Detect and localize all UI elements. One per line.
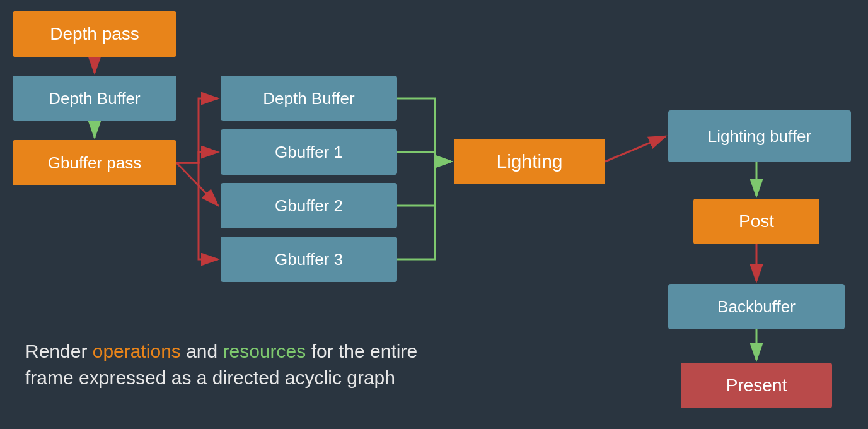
depth-pass-node: Depth pass bbox=[13, 11, 176, 57]
caption-operations: operations bbox=[93, 341, 181, 361]
gbuffer-pass-node: Gbuffer pass bbox=[13, 140, 176, 185]
lighting-node: Lighting bbox=[454, 139, 605, 184]
svg-line-4 bbox=[176, 163, 218, 206]
caption: Render operations and resources for the … bbox=[25, 338, 417, 391]
diagram: Depth pass Depth Buffer Gbuffer pass Dep… bbox=[0, 0, 868, 429]
backbuffer-node: Backbuffer bbox=[668, 284, 845, 329]
lighting-buffer-node: Lighting buffer bbox=[668, 110, 851, 162]
gbuffer1-node: Gbuffer 1 bbox=[221, 129, 397, 175]
caption-and: and bbox=[181, 341, 223, 361]
caption-resources: resources bbox=[223, 341, 306, 361]
post-node: Post bbox=[693, 199, 819, 244]
caption-end: for the entire bbox=[306, 341, 417, 361]
depth-buffer-left-node: Depth Buffer bbox=[13, 76, 176, 121]
caption-before: Render bbox=[25, 341, 93, 361]
gbuffer2-node: Gbuffer 2 bbox=[221, 183, 397, 228]
caption-line2: frame expressed as a directed acyclic gr… bbox=[25, 367, 395, 388]
depth-buffer-right-node: Depth Buffer bbox=[221, 76, 397, 121]
present-node: Present bbox=[681, 363, 832, 408]
gbuffer3-node: Gbuffer 3 bbox=[221, 237, 397, 282]
svg-line-5 bbox=[605, 136, 666, 162]
